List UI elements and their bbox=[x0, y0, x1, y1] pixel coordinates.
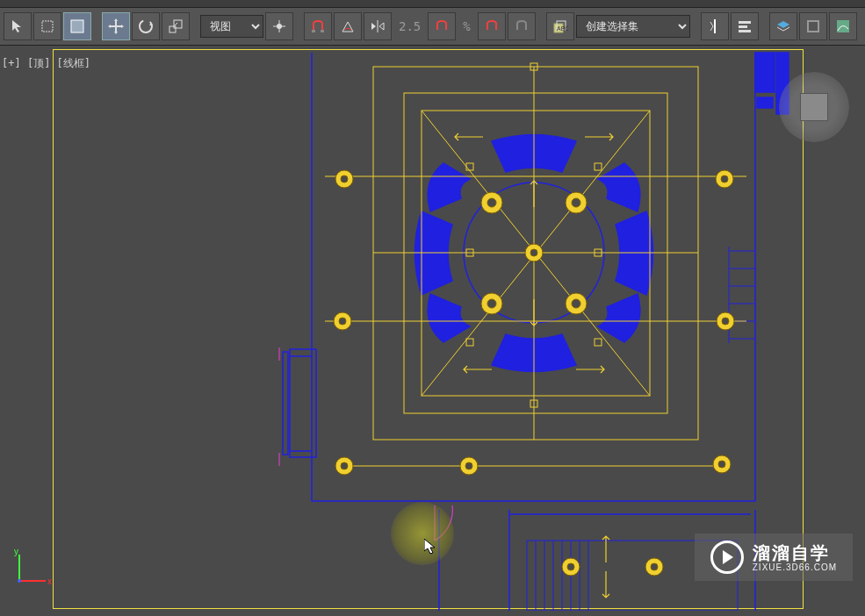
svg-rect-12 bbox=[739, 25, 747, 28]
svg-text:ABC: ABC bbox=[557, 25, 568, 32]
svg-rect-15 bbox=[809, 22, 818, 31]
viewport-area: [+] [顶] [线框] bbox=[0, 46, 865, 616]
angle-magnet-button[interactable] bbox=[428, 12, 456, 40]
mirror-button[interactable] bbox=[364, 12, 392, 40]
viewport-label-shading[interactable]: [线框] bbox=[57, 57, 90, 69]
selection-set-dropdown[interactable]: 创建选择集 bbox=[576, 15, 690, 38]
viewport-label-plus[interactable]: [+] bbox=[2, 57, 21, 69]
named-sel-set-button[interactable]: ABC bbox=[546, 12, 574, 40]
viewport-label[interactable]: [+] [顶] [线框] bbox=[2, 56, 90, 71]
play-icon bbox=[710, 541, 744, 574]
select-region-rect-button[interactable] bbox=[33, 12, 61, 40]
svg-point-2 bbox=[140, 20, 152, 32]
axis-y-label: y bbox=[14, 547, 18, 556]
select-window-button[interactable] bbox=[63, 12, 91, 40]
svg-rect-6 bbox=[312, 30, 315, 32]
percent-snap-label: % bbox=[458, 19, 475, 33]
schematic-view-button[interactable] bbox=[799, 12, 827, 40]
watermark-url: ZIXUE.3D66.COM bbox=[753, 562, 837, 572]
svg-rect-4 bbox=[174, 20, 182, 28]
svg-rect-7 bbox=[321, 30, 324, 32]
select-object-button[interactable] bbox=[4, 12, 32, 40]
move-button[interactable] bbox=[102, 12, 130, 40]
svg-rect-11 bbox=[739, 21, 751, 24]
watermark: 溜溜自学 ZIXUE.3D66.COM bbox=[695, 534, 853, 581]
menubar[interactable] bbox=[0, 0, 865, 7]
axis-x-label: x bbox=[47, 577, 52, 586]
viewcube[interactable] bbox=[779, 72, 849, 142]
main-toolbar: 视图 2.5 % ABC 创建选择集 bbox=[0, 7, 865, 46]
svg-point-64 bbox=[18, 579, 21, 583]
mirror-tool-button[interactable] bbox=[701, 12, 729, 40]
layer-manager-button[interactable] bbox=[769, 12, 797, 40]
svg-rect-13 bbox=[739, 30, 751, 32]
viewport[interactable] bbox=[53, 49, 804, 609]
use-pivot-button[interactable] bbox=[265, 12, 293, 40]
reference-coord-dropdown[interactable]: 视图 bbox=[200, 15, 263, 38]
rotate-button[interactable] bbox=[132, 12, 160, 40]
svg-rect-0 bbox=[42, 21, 53, 32]
scale-button[interactable] bbox=[162, 12, 190, 40]
svg-rect-1 bbox=[71, 20, 83, 32]
angle-snap-value: 2.5 bbox=[393, 19, 426, 33]
viewcube-face[interactable] bbox=[800, 93, 828, 121]
watermark-title: 溜溜自学 bbox=[753, 543, 837, 562]
align-button[interactable] bbox=[731, 12, 759, 40]
snap-toggle-button[interactable] bbox=[304, 12, 332, 40]
angle-snap-button[interactable] bbox=[334, 12, 362, 40]
svg-rect-3 bbox=[169, 26, 176, 32]
axis-gizmo: x y bbox=[11, 546, 54, 590]
svg-rect-16 bbox=[837, 20, 849, 32]
curve-editor-button[interactable] bbox=[829, 12, 857, 40]
spinner-snap-button[interactable] bbox=[508, 12, 536, 40]
percent-magnet-button[interactable] bbox=[478, 12, 506, 40]
viewport-label-view[interactable]: [顶] bbox=[27, 57, 50, 69]
